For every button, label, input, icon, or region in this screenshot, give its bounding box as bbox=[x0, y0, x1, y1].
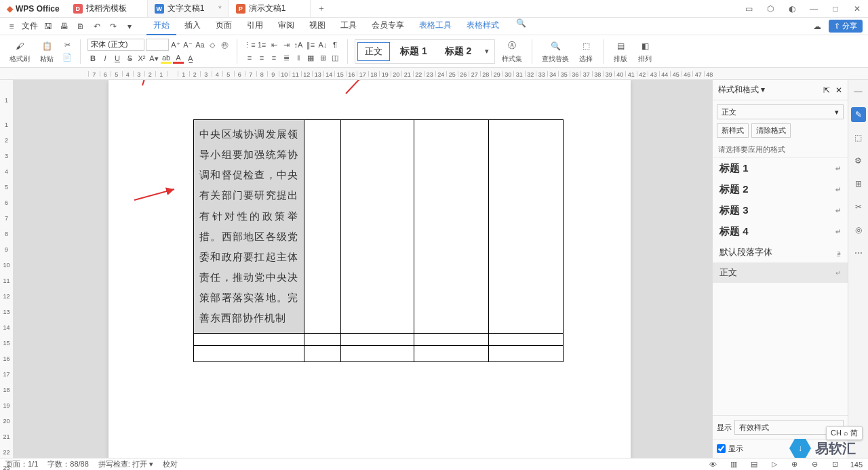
table-cell[interactable] bbox=[304, 120, 341, 334]
tab-table-tools[interactable]: 表格工具 bbox=[412, 17, 458, 35]
distribute-icon[interactable]: ⫴ bbox=[293, 52, 304, 63]
redo-icon[interactable]: ↷ bbox=[107, 20, 119, 33]
tab-start[interactable]: 开始 bbox=[146, 17, 176, 35]
share-button[interactable]: ⇧ 分享 bbox=[829, 20, 863, 33]
view-globe-icon[interactable]: ⊕ bbox=[789, 460, 800, 469]
strike-icon[interactable]: S̶ bbox=[124, 53, 135, 64]
close-button[interactable]: ✕ bbox=[846, 0, 868, 18]
change-case-icon[interactable]: Aa bbox=[195, 39, 205, 50]
window-tile-icon[interactable]: ▭ bbox=[738, 0, 760, 18]
tab-view[interactable]: 视图 bbox=[302, 17, 332, 35]
status-zoom[interactable]: 145 bbox=[850, 461, 863, 469]
style-item-h4[interactable]: 标题 4↵ bbox=[713, 221, 848, 242]
fill-icon[interactable]: ◫ bbox=[330, 52, 340, 63]
tab-reference[interactable]: 引用 bbox=[240, 17, 270, 35]
undo-icon[interactable]: ↶ bbox=[91, 20, 103, 33]
increase-font-icon[interactable]: A⁺ bbox=[170, 39, 181, 50]
settings-tool-icon[interactable]: ⚙ bbox=[851, 153, 866, 168]
status-page[interactable]: 页面：1/1 bbox=[5, 459, 38, 469]
table-cell[interactable] bbox=[489, 120, 564, 334]
circled-char-icon[interactable]: ㊕ bbox=[219, 39, 230, 50]
search-icon[interactable]: 🔍 bbox=[514, 17, 528, 29]
table-cell[interactable] bbox=[194, 333, 304, 345]
cut-icon[interactable]: ✂ bbox=[61, 40, 73, 51]
style-item-normal[interactable]: 正文↵ bbox=[713, 262, 848, 283]
styleset-button[interactable]: Ⓐ 样式集 bbox=[499, 39, 525, 64]
show-marks-icon[interactable]: ¶ bbox=[330, 39, 340, 50]
shading-icon[interactable]: ▦ bbox=[305, 52, 316, 63]
select-tool-icon[interactable]: ⬚ bbox=[851, 130, 866, 145]
view-page-icon[interactable]: ▥ bbox=[728, 460, 739, 469]
justify-icon[interactable]: ≣ bbox=[281, 52, 292, 63]
style-item-h3[interactable]: 标题 3↵ bbox=[713, 200, 848, 221]
tab-presentation[interactable]: P 演示文稿1 bbox=[229, 0, 311, 17]
view-read-icon[interactable]: 👁 bbox=[708, 461, 719, 469]
table-cell[interactable] bbox=[489, 345, 564, 361]
tools-tool-icon[interactable]: ✂ bbox=[851, 199, 866, 214]
minimize-button[interactable]: — bbox=[803, 0, 825, 18]
print-icon[interactable]: 🖶 bbox=[58, 20, 71, 33]
new-tab-button[interactable]: ＋ bbox=[311, 0, 332, 18]
zoom-out-icon[interactable]: ⊖ bbox=[810, 460, 821, 469]
style-gallery[interactable]: 正文 标题 1 标题 2 ▾ bbox=[355, 39, 495, 64]
document-canvas[interactable]: ⏎ ↵ 中央区域协调发展领导小组要加强统筹协调和督促检查，中央有关部门要研究提出… bbox=[14, 80, 712, 458]
more-tool-icon[interactable]: ⋯ bbox=[851, 246, 866, 260]
align-left-icon[interactable]: ≡ bbox=[244, 52, 255, 63]
table-cell[interactable] bbox=[414, 120, 489, 334]
style-item-default-font[interactable]: 默认段落字体a̲ bbox=[713, 242, 848, 262]
align-right-icon[interactable]: ≡ bbox=[269, 52, 279, 63]
document-table[interactable]: 中央区域协调发展领导小组要加强统筹协调和督促检查，中央有关部门要研究提出有针对性… bbox=[193, 119, 564, 362]
layout-button[interactable]: ▤ 排版 bbox=[610, 39, 631, 64]
find-replace-button[interactable]: 🔍 查找替换 bbox=[539, 39, 572, 64]
view-web-icon[interactable]: ▷ bbox=[769, 460, 780, 469]
ime-indicator[interactable]: CH ⌕ 简 bbox=[826, 426, 863, 440]
tab-page[interactable]: 页面 bbox=[209, 17, 239, 35]
font-size-select[interactable] bbox=[146, 39, 169, 51]
superscript-icon[interactable]: X² bbox=[136, 53, 147, 64]
font-name-select[interactable]: 宋体 (正文) bbox=[87, 39, 144, 51]
table-cell[interactable] bbox=[341, 120, 414, 334]
table-cell[interactable] bbox=[341, 333, 414, 345]
italic-icon[interactable]: I bbox=[100, 53, 111, 64]
highlight-icon[interactable]: ab bbox=[161, 53, 172, 64]
save-icon[interactable]: 🖫 bbox=[42, 20, 54, 33]
sort-icon[interactable]: A↓ bbox=[317, 39, 328, 50]
new-style-button[interactable]: 新样式 bbox=[717, 123, 749, 138]
copy-icon[interactable]: 📄 bbox=[61, 52, 73, 63]
tab-document[interactable]: W 文字文稿1 * bbox=[148, 0, 229, 17]
pin-icon[interactable]: ⇱ bbox=[823, 85, 830, 95]
clear-format-button[interactable]: 清除格式 bbox=[751, 123, 791, 138]
table-cell[interactable] bbox=[414, 345, 489, 361]
tab-insert[interactable]: 插入 bbox=[178, 17, 208, 35]
menu-icon[interactable]: ≡ bbox=[5, 20, 18, 33]
preview-icon[interactable]: 🗎 bbox=[75, 20, 87, 33]
style-heading2[interactable]: 标题 2 bbox=[437, 42, 479, 61]
dropdown-icon[interactable]: ▾ bbox=[123, 20, 136, 33]
text-effects-icon[interactable]: A▾ bbox=[149, 53, 159, 64]
font-color-icon[interactable]: A bbox=[173, 53, 184, 64]
decrease-indent-icon[interactable]: ⇤ bbox=[269, 39, 279, 50]
arrange-button[interactable]: ◧ 排列 bbox=[635, 39, 655, 64]
tab-table-styles[interactable]: 表格样式 bbox=[460, 17, 506, 35]
status-proof[interactable]: 校对 bbox=[163, 459, 178, 469]
tab-review[interactable]: 审阅 bbox=[271, 17, 301, 35]
select-button[interactable]: ⬚ 选择 bbox=[576, 39, 596, 64]
numbering-icon[interactable]: 1≡ bbox=[256, 39, 267, 50]
table-cell[interactable] bbox=[194, 345, 304, 361]
status-spell[interactable]: 拼写检查: 打开 bbox=[98, 460, 147, 468]
status-words[interactable]: 字数：88/88 bbox=[47, 459, 89, 469]
table-cell[interactable] bbox=[304, 333, 341, 345]
format-painter-button[interactable]: 🖌 格式刷 bbox=[7, 39, 33, 64]
v-ruler[interactable]: 1123456789101112131415161718192021222324… bbox=[0, 80, 14, 458]
table-cell[interactable] bbox=[341, 345, 414, 361]
property-tool-icon[interactable]: ⊞ bbox=[851, 176, 866, 191]
close-panel-icon[interactable]: ✕ bbox=[835, 85, 842, 95]
align-center-icon[interactable]: ≡ bbox=[256, 52, 267, 63]
tab-member[interactable]: 会员专享 bbox=[365, 17, 411, 35]
collapse-icon[interactable]: — bbox=[851, 84, 866, 99]
style-normal[interactable]: 正文 bbox=[357, 42, 390, 61]
decrease-font-icon[interactable]: A⁻ bbox=[182, 39, 193, 50]
file-menu[interactable]: 文件 bbox=[22, 20, 38, 32]
show-preview-checkbox[interactable] bbox=[717, 444, 726, 453]
table-cell[interactable] bbox=[489, 333, 564, 345]
